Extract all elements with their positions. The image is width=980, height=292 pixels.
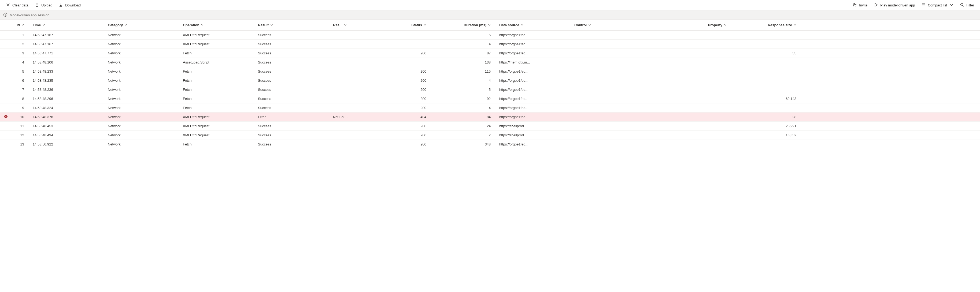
col-operation[interactable]: Operation bbox=[181, 23, 256, 27]
table-row[interactable]: 214:58:47.167NetworkXMLHttpRequestSucces… bbox=[0, 40, 980, 49]
invite-label: Invite bbox=[859, 3, 867, 7]
cell-status: 404 bbox=[374, 115, 433, 119]
cell-operation: Fetch bbox=[181, 87, 256, 92]
table-row[interactable]: 914:58:48.324NetworkFetchSuccess2004http… bbox=[0, 103, 980, 113]
col-id[interactable]: Id bbox=[12, 23, 30, 27]
chevron-down-icon bbox=[424, 23, 426, 27]
col-duration-label: Duration (ms) bbox=[464, 23, 487, 27]
col-datasource-label: Data source bbox=[499, 23, 519, 27]
cell-id: 7 bbox=[12, 87, 30, 92]
svg-point-1 bbox=[961, 3, 963, 6]
table-row[interactable]: 614:58:48.235NetworkFetchSuccess2004http… bbox=[0, 76, 980, 85]
filter-button[interactable]: Filter bbox=[957, 1, 977, 10]
col-property[interactable]: Property bbox=[652, 23, 733, 27]
cell-category: Network bbox=[106, 60, 181, 64]
cell-respsize: 28 bbox=[733, 115, 803, 119]
col-status-label: Status bbox=[411, 23, 422, 27]
cell-time: 14:58:48.324 bbox=[30, 106, 106, 110]
cell-result: Success bbox=[256, 33, 331, 37]
close-icon bbox=[6, 3, 10, 8]
cell-category: Network bbox=[106, 69, 181, 73]
cell-respsize: 13,352 bbox=[733, 133, 803, 137]
cell-status: 200 bbox=[374, 87, 433, 92]
table-row[interactable]: 714:58:48.236NetworkFetchSuccess2005http… bbox=[0, 85, 980, 94]
command-bar-left: Clear data Upload Download bbox=[3, 1, 83, 10]
table-row[interactable]: 1114:58:48.453NetworkXMLHttpRequestSucce… bbox=[0, 122, 980, 131]
clear-data-button[interactable]: Clear data bbox=[3, 1, 31, 10]
chevron-down-icon bbox=[794, 23, 796, 27]
invite-button[interactable]: Invite bbox=[850, 1, 870, 10]
table-row[interactable]: 1214:58:48.494NetworkXMLHttpRequestSucce… bbox=[0, 131, 980, 140]
cell-id: 3 bbox=[12, 51, 30, 55]
play-button[interactable]: Play model-driven app bbox=[871, 1, 918, 10]
col-result[interactable]: Result bbox=[256, 23, 331, 27]
cell-operation: XMLHttpRequest bbox=[181, 42, 256, 46]
cell-duration: 5 bbox=[433, 87, 497, 92]
cell-result: Success bbox=[256, 106, 331, 110]
table-row[interactable]: 814:58:48.296NetworkFetchSuccess20092htt… bbox=[0, 94, 980, 103]
filter-icon bbox=[960, 3, 964, 8]
chevron-down-icon bbox=[521, 23, 523, 27]
chevron-down-icon bbox=[949, 3, 953, 8]
play-icon bbox=[874, 3, 878, 8]
cell-status: 200 bbox=[374, 97, 433, 101]
cell-result: Success bbox=[256, 51, 331, 55]
table-row[interactable]: 114:58:47.167NetworkXMLHttpRequestSucces… bbox=[0, 30, 980, 40]
cell-id: 1 bbox=[12, 33, 30, 37]
col-respsize-label: Response size bbox=[768, 23, 792, 27]
cell-time: 14:58:48.378 bbox=[30, 115, 106, 119]
cell-result: Success bbox=[256, 87, 331, 92]
cell-operation: Fetch bbox=[181, 69, 256, 73]
cell-id: 6 bbox=[12, 78, 30, 83]
cell-category: Network bbox=[106, 115, 181, 119]
cell-datasource: https://mem.gfx.m... bbox=[497, 60, 572, 64]
col-status[interactable]: Status bbox=[374, 23, 433, 27]
cell-resshort: Not Fou... bbox=[331, 115, 374, 119]
error-icon bbox=[4, 115, 8, 119]
invite-icon bbox=[853, 3, 857, 8]
cell-operation: Fetch bbox=[181, 97, 256, 101]
cell-id: 8 bbox=[12, 97, 30, 101]
cell-id: 4 bbox=[12, 60, 30, 64]
cell-result: Success bbox=[256, 69, 331, 73]
compact-list-dropdown[interactable]: Compact list bbox=[919, 1, 956, 10]
cell-status: 200 bbox=[374, 51, 433, 55]
table-row[interactable]: 1014:58:48.378NetworkXMLHttpRequestError… bbox=[0, 113, 980, 122]
cell-duration: 138 bbox=[433, 60, 497, 64]
col-respsize[interactable]: Response size bbox=[733, 23, 803, 27]
col-control[interactable]: Control bbox=[572, 23, 652, 27]
upload-button[interactable]: Upload bbox=[32, 1, 55, 10]
col-operation-label: Operation bbox=[183, 23, 199, 27]
col-datasource[interactable]: Data source bbox=[497, 23, 572, 27]
col-resshort[interactable]: Res... bbox=[331, 23, 374, 27]
cell-datasource: https://orgbe1fed... bbox=[497, 115, 572, 119]
results-grid: Id Time Category Operation Result Res...… bbox=[0, 20, 980, 149]
col-duration[interactable]: Duration (ms) bbox=[433, 23, 497, 27]
clear-label: Clear data bbox=[12, 3, 29, 7]
cell-time: 14:58:48.233 bbox=[30, 69, 106, 73]
table-row[interactable]: 314:58:47.771NetworkFetchSuccess20087htt… bbox=[0, 49, 980, 58]
col-control-label: Control bbox=[574, 23, 587, 27]
col-time[interactable]: Time bbox=[30, 23, 106, 27]
col-category[interactable]: Category bbox=[106, 23, 181, 27]
cell-datasource: https://orgbe1fed... bbox=[497, 33, 572, 37]
cell-category: Network bbox=[106, 51, 181, 55]
table-row[interactable]: 414:58:48.106NetworkAssetLoad.ScriptSucc… bbox=[0, 58, 980, 67]
cell-result: Success bbox=[256, 124, 331, 128]
cell-operation: XMLHttpRequest bbox=[181, 115, 256, 119]
cell-operation: Fetch bbox=[181, 51, 256, 55]
cell-category: Network bbox=[106, 42, 181, 46]
cell-category: Network bbox=[106, 97, 181, 101]
cell-respsize: 25,991 bbox=[733, 124, 803, 128]
cell-duration: 87 bbox=[433, 51, 497, 55]
download-button[interactable]: Download bbox=[56, 1, 83, 10]
cell-category: Network bbox=[106, 142, 181, 146]
cell-duration: 2 bbox=[433, 133, 497, 137]
cell-datasource: https://shellprod.... bbox=[497, 124, 572, 128]
cell-id: 5 bbox=[12, 69, 30, 73]
cell-time: 14:58:48.494 bbox=[30, 133, 106, 137]
cell-time: 14:58:48.296 bbox=[30, 97, 106, 101]
col-result-label: Result bbox=[258, 23, 269, 27]
table-row[interactable]: 1314:58:50.922NetworkFetchSuccess200348h… bbox=[0, 140, 980, 149]
table-row[interactable]: 514:58:48.233NetworkFetchSuccess200115ht… bbox=[0, 67, 980, 76]
